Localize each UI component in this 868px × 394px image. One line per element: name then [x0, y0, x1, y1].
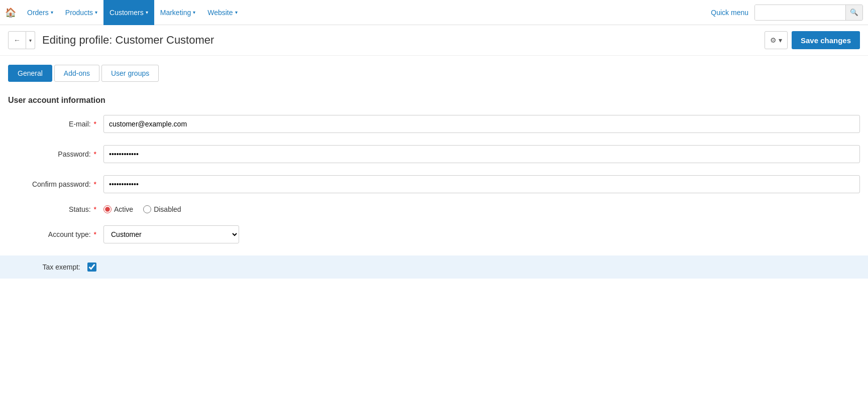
search-button[interactable]: 🔍: [845, 5, 862, 20]
tab-general[interactable]: General: [8, 65, 52, 82]
save-changes-button[interactable]: Save changes: [792, 31, 860, 49]
customers-caret-icon: ▾: [146, 10, 148, 15]
status-required-star: *: [94, 205, 96, 213]
email-row: E-mail: *: [8, 115, 860, 133]
gear-caret-icon: ▾: [779, 36, 782, 44]
page-header: ← ▾ Editing profile: Customer Customer ⚙…: [0, 25, 868, 56]
header-actions: ⚙ ▾ Save changes: [765, 31, 860, 49]
website-caret-icon: ▾: [235, 10, 238, 15]
tax-exempt-label: Tax exempt:: [0, 263, 87, 271]
account-type-label: Account type: *: [8, 230, 103, 238]
tabs-container: General Add-ons User groups: [0, 56, 868, 82]
settings-button[interactable]: ⚙ ▾: [765, 31, 788, 49]
back-dropdown-button[interactable]: ▾: [26, 31, 35, 49]
confirm-password-row: Confirm password: *: [8, 175, 860, 193]
account-type-row: Account type: * Customer Administrator: [8, 225, 860, 243]
orders-caret-icon: ▾: [51, 10, 53, 15]
tax-exempt-checkbox[interactable]: [87, 262, 96, 272]
nav-products[interactable]: Products ▾: [59, 0, 103, 25]
marketing-caret-icon: ▾: [193, 10, 195, 15]
confirm-password-required-star: *: [94, 180, 96, 188]
search-box: 🔍: [754, 5, 863, 21]
confirm-password-label: Confirm password: *: [8, 180, 103, 188]
navbar-right: Quick menu 🔍: [711, 5, 863, 21]
tab-addons[interactable]: Add-ons: [54, 65, 99, 82]
account-type-required-star: *: [94, 230, 96, 238]
status-radio-group: Active Disabled: [103, 205, 181, 213]
status-disabled-radio[interactable]: [143, 205, 151, 213]
tax-exempt-row: Tax exempt:: [0, 255, 868, 279]
nav-marketing[interactable]: Marketing ▾: [154, 0, 201, 25]
nav-orders[interactable]: Orders ▾: [21, 0, 59, 25]
email-input[interactable]: [103, 115, 860, 133]
password-row: Password: *: [8, 145, 860, 163]
password-label: Password: *: [8, 150, 103, 158]
confirm-password-input[interactable]: [103, 175, 860, 193]
nav-website[interactable]: Website ▾: [201, 0, 243, 25]
section-title: User account information: [8, 96, 860, 105]
status-active-label[interactable]: Active: [103, 205, 133, 213]
nav-customers[interactable]: Customers ▾: [103, 0, 154, 25]
navbar: 🏠 Orders ▾ Products ▾ Customers ▾ Market…: [0, 0, 868, 25]
email-required-star: *: [94, 120, 96, 128]
quick-menu-link[interactable]: Quick menu: [711, 9, 748, 17]
status-disabled-label[interactable]: Disabled: [143, 205, 181, 213]
home-icon[interactable]: 🏠: [5, 7, 16, 18]
status-active-radio[interactable]: [103, 205, 112, 213]
password-required-star: *: [94, 150, 96, 158]
account-type-select[interactable]: Customer Administrator: [103, 225, 239, 243]
tab-user-groups[interactable]: User groups: [101, 65, 159, 82]
back-button[interactable]: ←: [8, 31, 26, 49]
email-label: E-mail: *: [8, 120, 103, 128]
status-row: Status: * Active Disabled: [8, 205, 860, 213]
status-label: Status: *: [8, 205, 103, 213]
gear-icon: ⚙: [770, 36, 777, 44]
products-caret-icon: ▾: [95, 10, 97, 15]
search-input[interactable]: [755, 5, 845, 20]
page-title: Editing profile: Customer Customer: [42, 34, 765, 47]
content: User account information E-mail: * Passw…: [0, 82, 868, 243]
password-input[interactable]: [103, 145, 860, 163]
